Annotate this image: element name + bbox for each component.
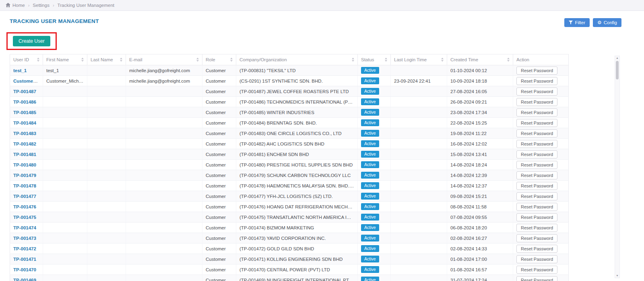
user-id-link[interactable]: TP-001479 xyxy=(13,173,36,178)
cell-role: Customer xyxy=(202,149,236,160)
user-id-link[interactable]: TP-001482 xyxy=(13,142,36,146)
reset-password-button[interactable]: Reset Password xyxy=(516,224,557,232)
cell-last-login xyxy=(391,264,447,275)
reset-password-button[interactable]: Reset Password xyxy=(516,203,557,211)
cell-first-name xyxy=(43,254,87,264)
sort-icon[interactable] xyxy=(81,58,84,62)
table-row: TP-001487 Customer (TP-001487) JEWEL COF… xyxy=(10,86,569,97)
col-header-email[interactable]: E-mail xyxy=(126,54,202,65)
reset-password-button[interactable]: Reset Password xyxy=(516,266,557,274)
breadcrumb-settings[interactable]: Settings xyxy=(33,3,50,8)
cell-user-id: test_1 xyxy=(10,65,43,76)
reset-password-button[interactable]: Reset Password xyxy=(516,140,557,148)
status-badge: Active xyxy=(361,172,379,179)
reset-password-button[interactable]: Reset Password xyxy=(516,234,557,242)
cell-last-name xyxy=(87,191,126,202)
reset-password-button[interactable]: Reset Password xyxy=(516,213,557,221)
reset-password-button[interactable]: Reset Password xyxy=(516,182,557,190)
cell-last-name xyxy=(87,86,126,97)
user-id-link[interactable]: TP-001476 xyxy=(13,204,36,209)
user-id-link[interactable]: Customer_Michelle xyxy=(13,79,43,83)
cell-action: Reset Password xyxy=(513,149,569,160)
cell-role: Customer xyxy=(202,275,236,281)
col-header-last-name[interactable]: Last Name xyxy=(87,54,126,65)
col-header-last-login[interactable]: Last Login Time xyxy=(391,54,447,65)
user-id-link[interactable]: TP-001470 xyxy=(13,267,36,272)
sort-icon[interactable] xyxy=(352,58,354,62)
cell-role: Customer xyxy=(202,86,236,97)
status-badge: Active xyxy=(361,245,379,252)
col-header-created[interactable]: Created Time xyxy=(447,54,513,65)
cell-action: Reset Password xyxy=(513,86,569,97)
home-icon xyxy=(6,3,10,8)
user-id-link[interactable]: TP-001486 xyxy=(13,100,36,104)
user-id-link[interactable]: TP-001485 xyxy=(13,110,36,115)
scroll-up-arrow[interactable]: ▲ xyxy=(615,56,619,60)
user-id-link[interactable]: test_1 xyxy=(13,68,27,73)
col-header-first-name[interactable]: First Name xyxy=(43,54,87,65)
reset-password-button[interactable]: Reset Password xyxy=(516,276,557,281)
reset-password-button[interactable]: Reset Password xyxy=(516,150,557,158)
reset-password-button[interactable]: Reset Password xyxy=(516,245,557,253)
config-button[interactable]: ⚙ Config xyxy=(593,18,621,27)
user-id-link[interactable]: TP-001471 xyxy=(13,257,36,262)
vertical-scrollbar[interactable]: ▲ ▼ xyxy=(615,56,620,278)
user-id-link[interactable]: TP-001472 xyxy=(13,246,36,251)
table-row: TP-001478 Customer (TP-001478) HAEMONETI… xyxy=(10,181,569,191)
create-user-button[interactable]: Create User xyxy=(13,36,50,46)
user-id-link[interactable]: TP-001473 xyxy=(13,236,36,241)
user-id-link[interactable]: TP-001487 xyxy=(13,89,36,94)
user-id-link[interactable]: TP-001484 xyxy=(13,121,36,125)
user-id-link[interactable]: TP-001469 xyxy=(13,278,36,281)
reset-password-button[interactable]: Reset Password xyxy=(516,255,557,263)
cell-email: michelle.jiang@gofreight.com xyxy=(126,65,202,76)
reset-password-button[interactable]: Reset Password xyxy=(516,119,557,127)
cell-last-login xyxy=(391,244,447,254)
cell-first-name xyxy=(43,97,87,107)
sort-icon[interactable] xyxy=(37,58,39,62)
reset-password-button[interactable]: Reset Password xyxy=(516,192,557,200)
reset-password-button[interactable]: Reset Password xyxy=(516,67,557,75)
user-id-link[interactable]: TP-001481 xyxy=(13,152,36,157)
breadcrumb-home[interactable]: Home xyxy=(6,3,25,8)
sort-icon[interactable] xyxy=(196,58,199,62)
sort-icon[interactable] xyxy=(441,58,444,62)
sort-icon[interactable] xyxy=(120,58,122,62)
col-header-role[interactable]: Role xyxy=(202,54,236,65)
cell-last-name xyxy=(87,160,126,170)
reset-password-button[interactable]: Reset Password xyxy=(516,87,557,96)
cell-last-name xyxy=(87,128,126,139)
reset-password-button[interactable]: Reset Password xyxy=(516,171,557,179)
cell-action: Reset Password xyxy=(513,97,569,107)
reset-password-button[interactable]: Reset Password xyxy=(516,129,557,137)
user-id-link[interactable]: TP-001477 xyxy=(13,194,36,199)
user-id-link[interactable]: TP-001483 xyxy=(13,131,36,136)
user-id-link[interactable]: TP-001480 xyxy=(13,162,36,167)
col-header-company[interactable]: Company/Organization xyxy=(236,54,358,65)
reset-password-button[interactable]: Reset Password xyxy=(516,77,557,85)
user-id-link[interactable]: TP-001475 xyxy=(13,215,36,220)
cell-role: Customer xyxy=(202,170,236,181)
cell-created: 14-08-2024 18:24 xyxy=(447,160,513,170)
status-badge: Active xyxy=(361,224,379,231)
sort-icon[interactable] xyxy=(230,58,233,62)
scroll-down-arrow[interactable]: ▼ xyxy=(615,274,619,278)
breadcrumb-current-label: Tracking User Management xyxy=(58,3,114,8)
status-badge: Active xyxy=(361,67,379,74)
user-id-link[interactable]: TP-001478 xyxy=(13,183,36,188)
col-header-status[interactable]: Status xyxy=(358,54,391,65)
filter-button[interactable]: Filter xyxy=(564,18,590,27)
cell-last-name xyxy=(87,254,126,264)
sort-icon[interactable] xyxy=(507,58,510,62)
reset-password-button[interactable]: Reset Password xyxy=(516,98,557,106)
scrollbar-thumb[interactable] xyxy=(616,61,619,79)
user-id-link[interactable]: TP-001474 xyxy=(13,225,36,230)
filter-button-label: Filter xyxy=(575,20,585,25)
cell-last-name xyxy=(87,107,126,118)
reset-password-button[interactable]: Reset Password xyxy=(516,108,557,117)
reset-password-button[interactable]: Reset Password xyxy=(516,161,557,169)
col-header-user-id[interactable]: User ID xyxy=(10,54,43,65)
sort-icon[interactable] xyxy=(385,58,387,62)
breadcrumb-current: Tracking User Management xyxy=(58,3,114,8)
cell-user-id: TP-001482 xyxy=(10,139,43,149)
